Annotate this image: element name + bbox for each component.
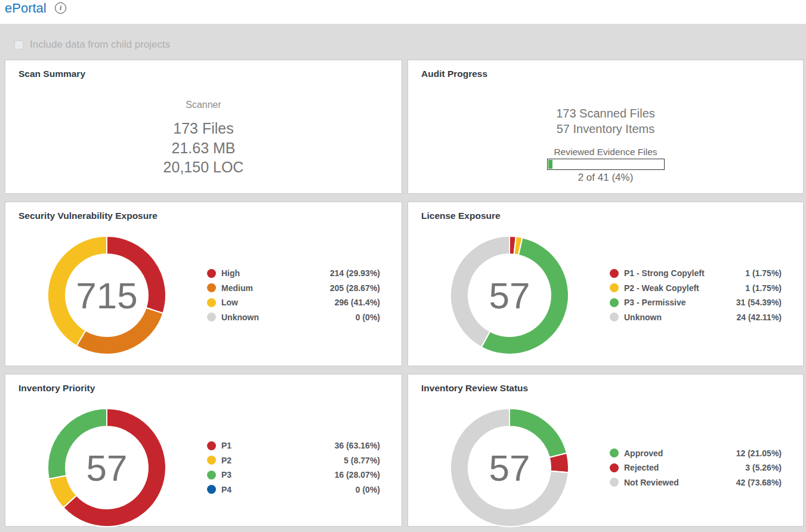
legend-label: Medium [221,283,253,293]
legend-item: P25 (8.77%) [207,453,380,468]
legend-value: 1 (1.75%) [745,268,782,278]
scan-summary-card: Scan Summary Scanner 173 Files 21.63 MB … [5,60,402,194]
legend-marker [207,283,216,292]
chart-legend: P136 (63.16%)P25 (8.77%)P316 (28.07%)P40… [207,408,380,527]
donut-chart: 57 [450,236,569,355]
legend-label: P2 - Weak Copyleft [624,283,699,293]
legend-value: 0 (0%) [356,485,380,494]
scanner-label: Scanner [5,100,402,110]
legend-marker [207,313,216,321]
legend-item: Medium205 (28.67%) [207,281,380,296]
legend-value: 1 (1.75%) [745,283,782,293]
legend-label: P3 - Permissive [624,298,686,307]
progress-fill [548,160,553,169]
donut-chart: 57 [450,408,569,527]
include-child-projects-label: Include data from child projects [30,39,170,51]
legend-label: Unknown [221,313,259,322]
legend-value: 16 (28.07%) [335,470,380,480]
legend-value: 205 (28.67%) [330,283,380,293]
legend-value: 24 (42.11%) [737,313,782,322]
legend-item: P40 (0%) [207,482,380,497]
legend-item: P1 - Strong Copyleft1 (1.75%) [610,266,782,281]
legend-item: Unknown0 (0%) [207,310,380,325]
chart-legend: P1 - Strong Copyleft1 (1.75%)P2 - Weak C… [610,236,782,355]
audit-progress-body: 173 Scanned Files 57 Inventory Items Rev… [408,106,803,184]
chart-center-value: 57 [450,408,569,527]
page-header: ePortal i [0,0,806,24]
legend-marker [610,283,619,292]
legend-marker [610,298,619,307]
legend-label: Low [221,298,238,307]
legend-label: P1 [221,441,231,450]
chart-center-value: 715 [47,236,166,355]
card-title: License Exposure [421,211,501,221]
license-exposure-card: License Exposure 57 P1 - Strong Copyleft… [407,202,804,366]
scan-stat-size: 21.63 MB [5,138,402,158]
legend-label: P4 [221,485,231,494]
legend-item: Not Reviewed42 (73.68%) [610,475,782,490]
chart-legend: High214 (29.93%)Medium205 (28.67%)Low296… [207,236,380,355]
legend-item: P3 - Permissive31 (54.39%) [610,295,782,310]
legend-marker [207,298,216,307]
progress-text: 2 of 41 (4%) [408,172,803,184]
card-title: Audit Progress [421,69,487,79]
legend-value: 296 (41.4%) [335,298,380,307]
chart-center-value: 57 [450,236,569,355]
legend-value: 0 (0%) [356,313,380,322]
legend-value: 5 (8.77%) [344,456,380,465]
card-title: Inventory Priority [18,383,95,394]
legend-item: Low296 (41.4%) [207,295,380,310]
info-icon[interactable]: i [55,2,66,14]
chart-legend: Approved12 (21.05%)Rejected3 (5.26%)Not … [610,408,782,527]
dashboard-panel: Include data from child projects Scan Su… [0,24,806,532]
legend-item: High214 (29.93%) [207,266,380,281]
scan-summary-body: Scanner 173 Files 21.63 MB 20,150 LOC [5,100,402,177]
legend-label: P2 [221,456,231,465]
audit-progress-card: Audit Progress 173 Scanned Files 57 Inve… [407,60,804,194]
legend-label: High [221,268,240,278]
page-title: ePortal [5,1,47,16]
legend-marker [207,485,216,494]
legend-marker [610,478,619,487]
donut-chart: 715 [47,236,166,355]
legend-marker [207,269,216,278]
legend-value: 42 (73.68%) [736,478,782,487]
chart-center-value: 57 [47,408,166,527]
inventory-priority-card: Inventory Priority 57 P136 (63.16%)P25 (… [5,374,402,527]
legend-item: P316 (28.07%) [207,468,380,482]
legend-label: Not Reviewed [624,478,679,487]
legend-label: P1 - Strong Copyleft [624,268,705,278]
inventory-items-stat: 57 Inventory Items [408,122,803,137]
legend-marker [610,449,619,457]
legend-item: Approved12 (21.05%) [610,446,782,460]
progress-label: Reviewed Evidence Files [408,147,803,157]
include-child-projects-row: Include data from child projects [14,39,170,51]
reviewed-evidence-progress-bar [547,159,665,170]
card-title: Security Vulnerability Exposure [18,211,158,221]
scan-stats: 173 Files 21.63 MB 20,150 LOC [5,119,402,177]
donut-chart: 57 [47,408,166,527]
legend-marker [610,269,619,278]
card-title: Scan Summary [18,69,85,79]
legend-value: 3 (5.26%) [745,463,782,472]
legend-label: P3 [221,470,231,480]
legend-item: P2 - Weak Copyleft1 (1.75%) [610,281,782,296]
legend-marker [207,456,216,465]
legend-marker [207,441,216,450]
legend-item: Rejected3 (5.26%) [610,460,782,475]
legend-label: Approved [624,449,663,458]
legend-marker [610,313,619,321]
legend-label: Unknown [624,313,662,322]
include-child-projects-checkbox[interactable] [14,41,23,50]
legend-item: P136 (63.16%) [207,438,380,453]
scan-stat-loc: 20,150 LOC [5,157,402,177]
legend-marker [610,463,619,472]
security-vulnerability-card: Security Vulnerability Exposure 715 High… [5,202,402,366]
legend-item: Unknown24 (42.11%) [610,310,782,325]
legend-value: 12 (21.05%) [736,449,782,458]
scanned-files-stat: 173 Scanned Files [408,106,803,122]
legend-value: 214 (29.93%) [330,268,380,278]
scan-stat-files: 173 Files [5,119,402,138]
legend-label: Rejected [624,463,659,472]
legend-marker [207,471,216,480]
